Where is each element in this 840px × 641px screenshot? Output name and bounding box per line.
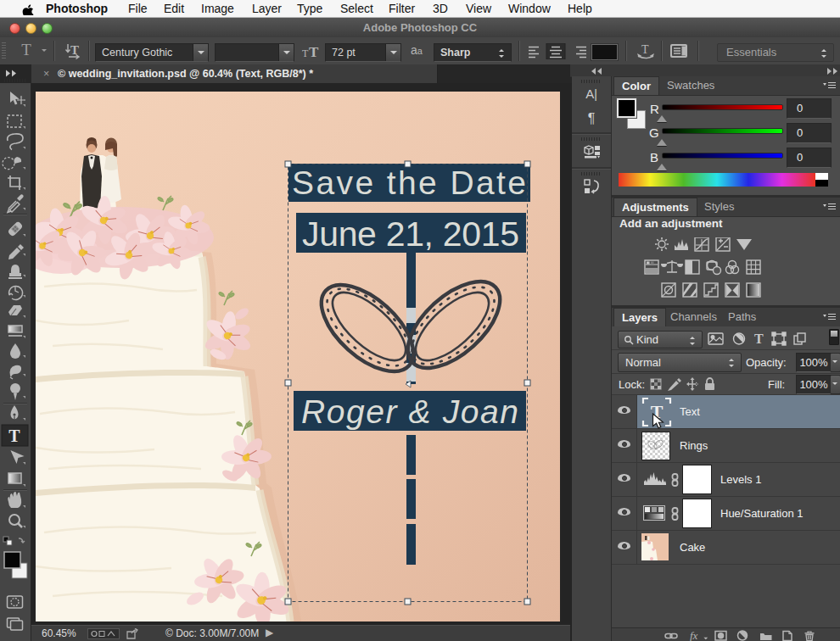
svg-text:T: T (641, 43, 649, 56)
svg-text:Roger & Joan: Roger & Joan (301, 393, 518, 430)
svg-text:Save the Date: Save the Date (292, 164, 526, 201)
svg-text:T: T (754, 332, 764, 346)
svg-text:June 21, 2015: June 21, 2015 (302, 215, 519, 254)
svg-text:T: T (70, 43, 79, 57)
svg-text:T: T (8, 426, 20, 445)
svg-text:T: T (302, 47, 309, 59)
svg-text:T: T (309, 44, 319, 59)
svg-text:fx: fx (690, 630, 698, 641)
